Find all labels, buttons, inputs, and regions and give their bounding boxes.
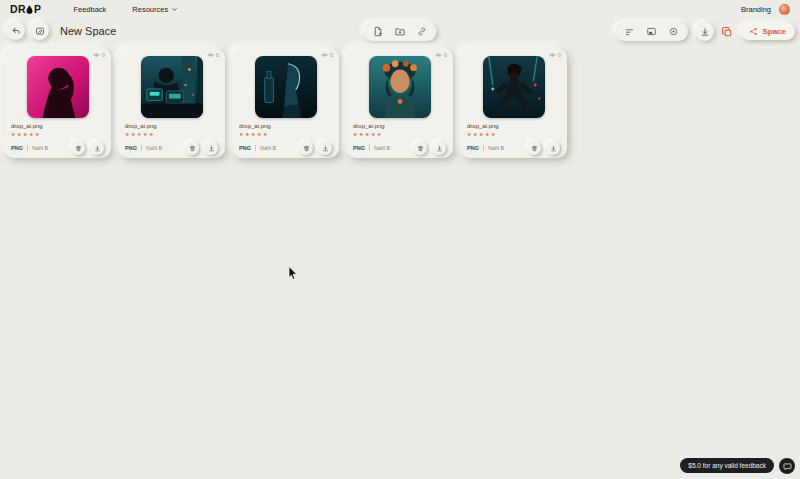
rating-stars[interactable]: ★★★★★ <box>239 131 339 137</box>
file-size: NaN B <box>488 145 504 151</box>
divider <box>369 145 370 151</box>
branding-link[interactable]: Branding <box>741 5 771 14</box>
copy-link-button[interactable] <box>721 26 733 38</box>
nav-feedback[interactable]: Feedback <box>73 5 106 14</box>
page-title: New Space <box>60 25 116 37</box>
asset-card[interactable]: 0 drop_ai.png ★★★★★ PNG NaN B <box>232 48 339 158</box>
download-icon <box>550 145 557 152</box>
file-type: PNG <box>353 145 365 151</box>
download-all-button[interactable] <box>695 22 714 41</box>
disc-icon <box>668 26 679 37</box>
file-size: NaN B <box>32 145 48 151</box>
add-content-pill <box>364 22 437 41</box>
image-icon <box>646 26 657 37</box>
download-button[interactable] <box>90 141 104 155</box>
asset-thumbnail[interactable] <box>483 56 545 118</box>
rating-stars[interactable]: ★★★★★ <box>353 131 453 137</box>
back-button[interactable] <box>6 21 25 40</box>
asset-meta: PNG NaN B <box>239 141 332 155</box>
file-type: PNG <box>467 145 479 151</box>
chat-button[interactable] <box>779 458 795 474</box>
file-size: NaN B <box>146 145 162 151</box>
views-value: 0 <box>444 52 447 58</box>
eye-icon <box>207 52 214 58</box>
rating-stars[interactable]: ★★★★★ <box>467 131 567 137</box>
trash-icon <box>75 145 82 152</box>
feedback-reward-badge[interactable]: $5.0 for any valid feedback <box>680 458 774 473</box>
share-space-label: Space <box>762 27 786 36</box>
nav-feedback-label: Feedback <box>73 5 106 14</box>
asset-filename: drop_ai.png <box>239 123 339 129</box>
download-icon <box>208 145 215 152</box>
divider <box>141 145 142 151</box>
nav-resources[interactable]: Resources <box>132 5 178 14</box>
add-link-button[interactable] <box>417 26 428 37</box>
sort-button[interactable] <box>624 26 635 37</box>
sort-icon <box>624 26 635 37</box>
drop-logo[interactable]: DR P <box>10 3 41 15</box>
asset-thumbnail[interactable] <box>369 56 431 118</box>
share-icon <box>749 27 758 36</box>
asset-card[interactable]: 0 drop_ai.png ★★★★★ PNG <box>346 48 453 158</box>
chat-icon <box>783 462 792 471</box>
asset-thumbnail[interactable] <box>27 56 89 118</box>
share-space-button[interactable]: Space <box>740 23 795 40</box>
asset-meta: PNG NaN B <box>125 141 218 155</box>
rename-space-button[interactable] <box>30 21 49 40</box>
asset-filename: drop_ai.png <box>353 123 453 129</box>
asset-thumbnail[interactable] <box>141 56 203 118</box>
views-value: 0 <box>216 52 219 58</box>
asset-filename: drop_ai.png <box>467 123 567 129</box>
space-toolbar: New Space <box>0 18 800 48</box>
download-button[interactable] <box>546 141 560 155</box>
asset-meta: PNG NaN B <box>353 141 446 155</box>
topbar: DR P Feedback Resources Branding <box>0 0 800 18</box>
views-count: 0 <box>93 52 105 58</box>
delete-button[interactable] <box>413 141 427 155</box>
file-type: PNG <box>125 145 137 151</box>
mouse-cursor <box>288 266 298 280</box>
delete-button[interactable] <box>299 141 313 155</box>
asset-card[interactable]: 0 drop_ai.png ★★★ <box>118 48 225 158</box>
divider <box>483 145 484 151</box>
download-button[interactable] <box>432 141 446 155</box>
new-folder-button[interactable] <box>395 26 406 37</box>
topbar-right: Branding <box>741 4 790 15</box>
download-button[interactable] <box>318 141 332 155</box>
asset-card[interactable]: 0 drop_ai.png ★★★★★ PNG NaN B <box>4 48 111 158</box>
settings-button[interactable] <box>668 26 679 37</box>
trash-icon <box>531 145 538 152</box>
download-icon <box>436 145 443 152</box>
file-size: NaN B <box>374 145 390 151</box>
eye-icon <box>549 52 556 58</box>
asset-grid: 0 drop_ai.png ★★★★★ PNG NaN B <box>4 48 567 158</box>
views-count: 0 <box>435 52 447 58</box>
divider <box>27 145 28 151</box>
eye-icon <box>93 52 100 58</box>
views-value: 0 <box>330 52 333 58</box>
logo-text-prefix: DR <box>10 3 26 15</box>
asset-filename: drop_ai.png <box>11 123 111 129</box>
copy-icon <box>721 26 733 38</box>
trash-icon <box>189 145 196 152</box>
user-avatar[interactable] <box>779 4 790 15</box>
rating-stars[interactable]: ★★★★★ <box>125 131 225 137</box>
delete-button[interactable] <box>527 141 541 155</box>
rating-stars[interactable]: ★★★★★ <box>11 131 111 137</box>
delete-button[interactable] <box>185 141 199 155</box>
delete-button[interactable] <box>71 141 85 155</box>
drop-logo-icon <box>26 5 33 14</box>
upload-file-button[interactable] <box>373 26 384 37</box>
asset-thumbnail[interactable] <box>255 56 317 118</box>
asset-filename: drop_ai.png <box>125 123 225 129</box>
file-type: PNG <box>11 145 23 151</box>
layout-button[interactable] <box>646 26 657 37</box>
back-icon <box>11 26 21 36</box>
link-icon <box>417 26 428 37</box>
views-value: 0 <box>102 52 105 58</box>
trash-icon <box>303 145 310 152</box>
asset-card[interactable]: 0 drop_ai.png ★★★★★ PNG <box>460 48 567 158</box>
download-icon <box>700 27 710 37</box>
download-button[interactable] <box>204 141 218 155</box>
eye-icon <box>321 52 328 58</box>
